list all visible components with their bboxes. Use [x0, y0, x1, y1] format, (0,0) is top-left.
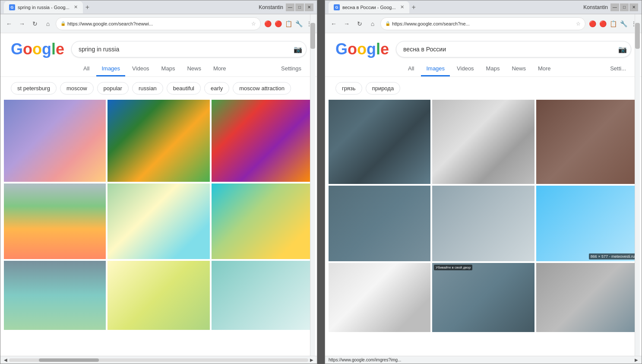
- address-bar-right: ← → ↻ ⌂ 🔒 https://www.google.com/search?…: [325, 14, 642, 33]
- tab-close-right[interactable]: ✕: [400, 4, 404, 10]
- search-input-right[interactable]: [396, 41, 631, 57]
- chip-russian[interactable]: russian: [132, 82, 163, 95]
- nav-images-left[interactable]: Images: [96, 62, 125, 76]
- nav-settings-right[interactable]: Setti...: [605, 62, 631, 76]
- horizontal-scrollbar-left[interactable]: [9, 358, 308, 362]
- image-cell-5[interactable]: [108, 184, 209, 259]
- nav-news-left[interactable]: News: [182, 62, 206, 76]
- scrollbar-thumb-left[interactable]: [310, 23, 315, 49]
- extension-icon-4-right[interactable]: 🔧: [619, 19, 628, 28]
- chip-st-petersburg[interactable]: st petersburg: [11, 82, 57, 95]
- image-cell-r5[interactable]: [432, 186, 534, 261]
- scrollbar-track-right[interactable]: [635, 14, 640, 356]
- nav-videos-right[interactable]: Videos: [452, 62, 479, 76]
- image-cell-r8[interactable]: Убивайте в свой двор: [432, 263, 534, 332]
- image-cell-3[interactable]: [212, 100, 313, 182]
- chip-moscow[interactable]: moscow: [60, 82, 94, 95]
- image-cell-r2[interactable]: [432, 100, 534, 184]
- image-cell-r7[interactable]: [329, 263, 430, 332]
- title-bar-controls-left: Konstantin — □ ✕: [259, 3, 313, 11]
- image-cell-4[interactable]: [4, 184, 106, 259]
- minimize-btn-left[interactable]: —: [286, 3, 294, 11]
- reload-button-left[interactable]: ↻: [30, 19, 40, 29]
- logo-g2: g: [42, 40, 51, 58]
- chip-gryaz[interactable]: грязь: [335, 82, 362, 95]
- nav-all-left[interactable]: All: [78, 62, 95, 76]
- home-button-right[interactable]: ⌂: [367, 19, 378, 29]
- nav-images-right[interactable]: Images: [421, 62, 450, 76]
- image-cell-1[interactable]: [4, 100, 106, 182]
- bookmark-icon-left[interactable]: ☆: [251, 21, 256, 27]
- extension-icon-1-right[interactable]: 🔴: [588, 19, 597, 28]
- close-btn-right[interactable]: ✕: [629, 3, 638, 11]
- extension-icon-2-left[interactable]: 🔴: [274, 19, 282, 28]
- image-cell-2[interactable]: [108, 100, 209, 182]
- chip-early[interactable]: early: [204, 82, 229, 95]
- bookmark-icon-right[interactable]: ☆: [576, 21, 581, 27]
- scroll-right-btn[interactable]: ▶: [310, 358, 313, 362]
- address-field-right[interactable]: 🔒 https://www.google.com/search?ne... ☆: [380, 17, 585, 30]
- extension-icon-3-left[interactable]: 📋: [284, 19, 293, 28]
- camera-icon-left[interactable]: 📷: [294, 45, 302, 54]
- back-button-right[interactable]: ←: [329, 19, 339, 29]
- user-name-right: Konstantin: [583, 4, 608, 10]
- home-button-left[interactable]: ⌂: [43, 19, 53, 29]
- title-bar-left: G spring in russia - Goog... ✕ + Konstan…: [0, 0, 317, 14]
- extension-icon-1-left[interactable]: 🔴: [263, 19, 272, 28]
- chip-popular[interactable]: popular: [97, 82, 129, 95]
- nav-maps-left[interactable]: Maps: [156, 62, 180, 76]
- active-tab-right[interactable]: G весна в России - Goog... ✕: [329, 1, 409, 13]
- nav-settings-left[interactable]: Settings: [276, 62, 307, 76]
- search-input-left[interactable]: [71, 41, 307, 57]
- scrollbar-track-left[interactable]: [310, 14, 315, 356]
- nav-videos-left[interactable]: Videos: [127, 62, 155, 76]
- new-tab-button-right[interactable]: +: [412, 3, 416, 11]
- forward-button-right[interactable]: →: [342, 19, 352, 29]
- close-btn-left[interactable]: ✕: [305, 3, 313, 11]
- image-cell-r6[interactable]: 866 × 577 - meteovesti.ru: [536, 186, 638, 261]
- nav-news-right[interactable]: News: [506, 62, 531, 76]
- address-field-left[interactable]: 🔒 https://www.google.com/search?newwi...…: [56, 17, 261, 30]
- image-cell-9[interactable]: [212, 261, 313, 330]
- extension-icon-3-right[interactable]: 📋: [609, 19, 617, 28]
- user-name-left: Konstantin: [259, 4, 283, 10]
- image-cell-r1[interactable]: [329, 100, 430, 184]
- image-cell-r9[interactable]: [536, 263, 638, 332]
- image-cell-6[interactable]: [212, 184, 313, 259]
- nav-maps-right[interactable]: Maps: [481, 62, 505, 76]
- nav-more-left[interactable]: More: [208, 62, 231, 76]
- extension-icon-4-left[interactable]: 🔧: [294, 19, 303, 28]
- address-text-right: https://www.google.com/search?ne...: [392, 21, 574, 26]
- maximize-btn-right[interactable]: □: [620, 3, 629, 11]
- scrollbar-thumb-h-left[interactable]: [39, 358, 99, 362]
- image-cell-7[interactable]: [4, 261, 106, 330]
- scrollbar-thumb-right[interactable]: [635, 23, 640, 49]
- google-header-left: Google 📷: [0, 33, 317, 58]
- minimize-btn-right[interactable]: —: [610, 3, 619, 11]
- image-cell-r3[interactable]: [536, 100, 638, 184]
- image-label-r8: Убивайте в свой двор: [434, 265, 472, 270]
- google-logo-left: Google: [11, 40, 64, 58]
- chip-moscow-attraction[interactable]: moscow attraction: [233, 82, 291, 95]
- active-tab-left[interactable]: G spring in russia - Goog... ✕: [4, 1, 83, 13]
- chip-priroda[interactable]: природа: [366, 82, 401, 95]
- extension-icon-2-right[interactable]: 🔴: [598, 19, 607, 28]
- back-button-left[interactable]: ←: [4, 19, 14, 29]
- camera-icon-right[interactable]: 📷: [618, 45, 627, 54]
- forward-button-left[interactable]: →: [17, 19, 27, 29]
- logo-g2-r: g: [367, 40, 376, 58]
- reload-button-right[interactable]: ↻: [354, 19, 365, 29]
- chip-beautiful[interactable]: beautiful: [167, 82, 201, 95]
- scroll-left-btn[interactable]: ◀: [4, 358, 7, 362]
- scroll-right-btn-r[interactable]: ▶: [635, 358, 638, 362]
- new-tab-button-left[interactable]: +: [85, 3, 89, 11]
- tab-close-left[interactable]: ✕: [74, 4, 78, 10]
- logo-o2: o: [32, 40, 42, 58]
- nav-all-right[interactable]: All: [403, 62, 419, 76]
- image-cell-r4[interactable]: [329, 186, 430, 261]
- maximize-btn-left[interactable]: □: [295, 3, 304, 11]
- google-logo-right: Google: [335, 40, 389, 58]
- image-cell-8[interactable]: [108, 261, 209, 330]
- title-bar-tabs-right: G весна в России - Goog... ✕ +: [329, 1, 583, 13]
- nav-more-right[interactable]: More: [533, 62, 556, 76]
